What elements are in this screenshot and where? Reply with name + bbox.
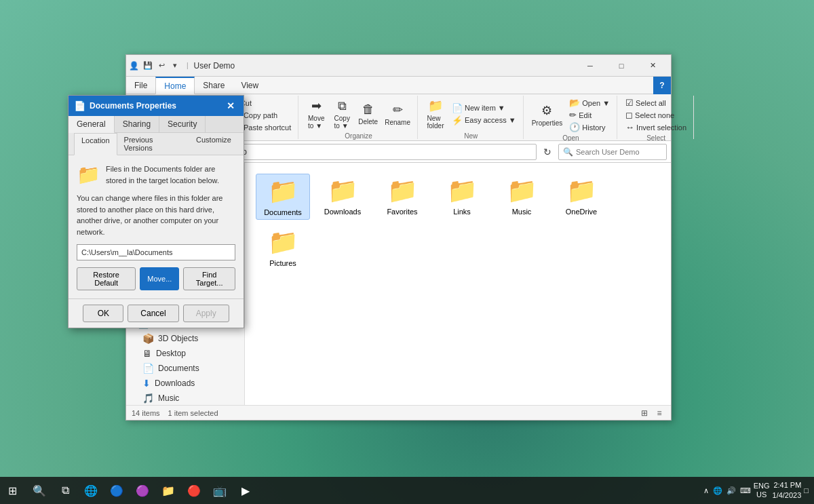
ribbon-tab-home[interactable]: Home (155, 77, 195, 94)
ribbon-tab-view[interactable]: View (233, 77, 267, 94)
keyboard-icon[interactable]: ⌨ (740, 486, 751, 495)
minimize-button[interactable]: ─ (575, 55, 606, 77)
open-group: ⚙ Properties 📂Open ▼ ✏Edit 🕐History (525, 96, 617, 139)
organize-group: ➡ Moveto ▼ ⧉ Copyto ▼ 🗑 Delete ✏ Rename (300, 96, 418, 139)
start-button[interactable]: ⊞ (0, 478, 24, 503)
taskbar-terminal-icon[interactable]: ▶ (233, 478, 258, 503)
history-button[interactable]: 🕐History (566, 121, 613, 133)
chevron-up-icon[interactable]: ∧ (703, 486, 709, 495)
dialog-desc: You can change where files in this folde… (77, 193, 235, 237)
sidebar-item-music[interactable]: 🎵 Music (126, 391, 244, 405)
file-icon-onedrive[interactable]: 📁 OneDrive (554, 174, 608, 220)
file-icon-downloads[interactable]: 📁 Downloads (315, 174, 370, 220)
sidebar-item-3dobjects[interactable]: 📦 3D Objects (126, 331, 244, 346)
quick-access-toolbar: 💾 ↩ ▾ (142, 60, 181, 72)
locale-indicator: ENGUS (754, 482, 770, 499)
clock-time: 2:41 PM (773, 480, 802, 490)
taskbar: ⊞ 🔍 ⧉ 🌐 🔵 🟣 📁 🔴 📺 ▶ ∧ 🌐 🔊 ⌨ ENGUS 2:41 P… (0, 477, 814, 504)
dialog-subtabs: Location Previous Versions Customize (69, 133, 244, 155)
system-tray-icons: ∧ 🌐 🔊 ⌨ (703, 486, 751, 495)
file-icon-favorites[interactable]: 📁 Favorites (375, 174, 429, 220)
dialog-info-text: Files in the Documents folder are stored… (106, 163, 235, 186)
copy-to-button[interactable]: ⧉ Copyto ▼ (330, 98, 354, 131)
sidebar-item-documents3[interactable]: 📄 Documents (126, 361, 244, 376)
onedrive-folder-icon: 📁 (566, 176, 597, 205)
undo-quick-btn[interactable]: ↩ (155, 60, 168, 72)
save-quick-btn[interactable]: 💾 (142, 60, 154, 72)
taskbar-media-icon[interactable]: 📺 (208, 478, 232, 503)
clock[interactable]: 2:41 PM 1/4/2023 (773, 480, 802, 501)
taskbar-edge-icon[interactable]: 🌐 (79, 478, 103, 503)
dialog-close-button[interactable]: ✕ (223, 98, 238, 113)
easy-access-button[interactable]: ⚡Easy access ▼ (449, 115, 519, 126)
sidebar-item-downloads2[interactable]: ⬇ Downloads (126, 376, 244, 391)
dialog-apply-button[interactable]: Apply (183, 305, 229, 322)
refresh-button[interactable]: ↻ (539, 144, 556, 160)
sidebar-item-desktop2[interactable]: 🖥 Desktop (126, 346, 244, 361)
this-pc-section: ▾ 💻 This PC 📦 3D Objects 🖥 Desktop 📄 Doc… (126, 317, 244, 405)
dialog-body: 📁 Files in the Documents folder are stor… (69, 155, 244, 298)
file-icon-documents[interactable]: 📁 Documents (256, 174, 310, 220)
dialog-ok-button[interactable]: OK (83, 305, 123, 322)
taskbar-purple-icon[interactable]: 🟣 (130, 478, 155, 503)
title-bar: 👤 💾 ↩ ▾ | User Demo ─ □ ✕ (126, 55, 671, 77)
dialog-subtab-location[interactable]: Location (74, 133, 117, 155)
properties-button[interactable]: ⚙ Properties (529, 102, 566, 128)
move-button[interactable]: Move... (140, 267, 179, 290)
pictures-folder-icon: 📁 (268, 228, 298, 256)
network-icon[interactable]: 🌐 (713, 486, 722, 495)
volume-icon[interactable]: 🔊 (726, 486, 736, 495)
open-button[interactable]: 📂Open ▼ (566, 97, 613, 109)
favorites-folder-icon: 📁 (387, 176, 418, 205)
new-folder-button[interactable]: 📁 Newfolder (423, 97, 448, 131)
restore-default-button[interactable]: Restore Default (77, 267, 136, 290)
new-item-button[interactable]: 📄New item ▼ (449, 102, 519, 114)
dialog-tab-security[interactable]: Security (159, 116, 206, 132)
invert-selection-button[interactable]: ↔Invert selection (623, 121, 689, 133)
help-button[interactable]: ? (653, 77, 671, 94)
close-button[interactable]: ✕ (637, 55, 668, 77)
find-target-button[interactable]: Find Target... (183, 267, 235, 290)
delete-button[interactable]: 🗑 Delete (355, 101, 381, 127)
large-icons-view-button[interactable]: ⊞ (638, 407, 651, 419)
file-icon-pictures[interactable]: 📁 Pictures (256, 225, 310, 270)
dialog-tab-sharing[interactable]: Sharing (115, 116, 159, 132)
maximize-button[interactable]: □ (606, 55, 637, 77)
taskbar-firefox-icon[interactable]: 🔴 (182, 478, 206, 503)
edit-button[interactable]: ✏Edit (566, 109, 613, 121)
downloads-folder-icon: 📁 (328, 176, 358, 205)
move-to-button[interactable]: ➡ Moveto ▼ (304, 97, 328, 131)
dialog-path-box: C:\Users\m__la\Documents (77, 244, 235, 260)
dialog-info: 📁 Files in the Documents folder are stor… (77, 163, 235, 186)
notifications-icon[interactable]: □ (804, 486, 809, 495)
dialog-subtab-customize[interactable]: Customize (189, 133, 238, 155)
documents-folder-icon: 📁 (268, 177, 298, 206)
file-icon-music[interactable]: 📁 Music (495, 174, 549, 220)
taskbar-task-view-icon[interactable]: ⧉ (53, 478, 77, 503)
ribbon-tab-share[interactable]: Share (195, 77, 233, 94)
dialog-cancel-button[interactable]: Cancel (128, 305, 178, 322)
ribbon-tab-file[interactable]: File (126, 77, 155, 94)
taskbar-vscode-icon[interactable]: 🔵 (104, 478, 129, 503)
taskbar-right: ∧ 🌐 🔊 ⌨ ENGUS 2:41 PM 1/4/2023 □ (703, 480, 814, 501)
status-selected: 1 item selected (168, 409, 218, 417)
search-icon: 🔍 (563, 147, 573, 157)
new-label: New (423, 131, 519, 140)
dialog-title-bar: 📄 Documents Properties ✕ (69, 96, 244, 116)
taskbar-search-icon[interactable]: 🔍 (27, 478, 52, 503)
taskbar-explorer-icon[interactable]: 📁 (156, 478, 180, 503)
status-items: 14 items (132, 409, 160, 417)
rename-button[interactable]: ✏ Rename (382, 101, 413, 128)
search-input[interactable] (576, 148, 662, 156)
dialog-tab-general[interactable]: General (69, 116, 115, 133)
file-icon-links[interactable]: 📁 Links (435, 174, 489, 220)
dialog-path-value: C:\Users\m__la\Documents (81, 248, 173, 256)
dialog-subtab-previous-versions[interactable]: Previous Versions (117, 133, 189, 155)
select-none-button[interactable]: ◻Select none (623, 109, 689, 121)
window-controls: ─ □ ✕ (575, 55, 668, 77)
details-view-button[interactable]: ≡ (653, 407, 665, 419)
clock-date: 1/4/2023 (773, 490, 802, 501)
select-all-button[interactable]: ☑Select all (623, 97, 689, 109)
more-quick-btn[interactable]: ▾ (169, 60, 181, 72)
links-folder-icon: 📁 (447, 176, 478, 205)
